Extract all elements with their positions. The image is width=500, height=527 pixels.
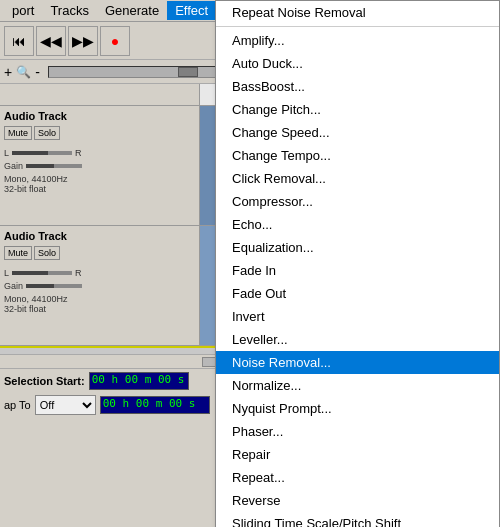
menu-item-amplify[interactable]: Amplify... [216, 29, 499, 52]
menu-item-fade-out[interactable]: Fade Out [216, 282, 499, 305]
zoom-minus[interactable]: + [4, 64, 12, 80]
snap-to-select[interactable]: Off Nearest [35, 395, 96, 415]
menu-item-change-speed[interactable]: Change Speed... [216, 121, 499, 144]
menu-item-repeat[interactable]: Repeat... [216, 466, 499, 489]
menu-effect[interactable]: Effect [167, 1, 216, 20]
menu-item-reverse[interactable]: Reverse [216, 489, 499, 512]
menu-port[interactable]: port [4, 1, 42, 20]
menu-item-click-removal[interactable]: Click Removal... [216, 167, 499, 190]
menu-item-repeat-noise-removal[interactable]: Repeat Noise Removal [216, 1, 499, 24]
track-header-1: Audio Track Mute Solo L R Gain [0, 106, 200, 225]
track-solo-1[interactable]: Solo [34, 126, 60, 140]
menu-item-repair[interactable]: Repair [216, 443, 499, 466]
menu-item-leveller[interactable]: Leveller... [216, 328, 499, 351]
zoom-plus[interactable]: - [35, 64, 40, 80]
snap-to-label: ap To [4, 399, 31, 411]
zoom-icon: 🔍 [16, 65, 31, 79]
track-controls-1: Mute Solo [4, 126, 60, 140]
track-header-2: Audio Track Mute Solo L R Gain [0, 226, 200, 345]
track-title-1: Audio Track [4, 110, 67, 122]
menu-item-compressor[interactable]: Compressor... [216, 190, 499, 213]
menu-item-nyquist-prompt[interactable]: Nyquist Prompt... [216, 397, 499, 420]
menu-item-normalize[interactable]: Normalize... [216, 374, 499, 397]
toolbar-rewind[interactable]: ◀◀ [36, 26, 66, 56]
menu-item-echo[interactable]: Echo... [216, 213, 499, 236]
track-title-2: Audio Track [4, 230, 67, 242]
menu-item-auto-duck[interactable]: Auto Duck... [216, 52, 499, 75]
toolbar-skip-start[interactable]: ⏮ [4, 26, 34, 56]
menu-item-sliding-time-scale[interactable]: Sliding Time Scale/Pitch Shift [216, 512, 499, 527]
menu-item-noise-removal[interactable]: Noise Removal... [216, 351, 499, 374]
effect-dropdown-menu: Repeat Noise Removal Amplify... Auto Duc… [215, 0, 500, 527]
selection-start-label: Selection Start: [4, 375, 85, 387]
track-solo-2[interactable]: Solo [34, 246, 60, 260]
track-mute-2[interactable]: Mute [4, 246, 32, 260]
menu-item-bassboost[interactable]: BassBoost... [216, 75, 499, 98]
menu-separator-1 [216, 26, 499, 27]
menu-item-phaser[interactable]: Phaser... [216, 420, 499, 443]
menu-item-invert[interactable]: Invert [216, 305, 499, 328]
toolbar-fast-forward[interactable]: ▶▶ [68, 26, 98, 56]
menu-generate[interactable]: Generate [97, 1, 167, 20]
track-controls-2: Mute Solo [4, 246, 60, 260]
track-mute-1[interactable]: Mute [4, 126, 32, 140]
toolbar-record[interactable]: ● [100, 26, 130, 56]
menu-item-change-pitch[interactable]: Change Pitch... [216, 98, 499, 121]
menu-item-change-tempo[interactable]: Change Tempo... [216, 144, 499, 167]
track-volume-1: L R Gain Mono, 44100Hz 32-bit float [4, 144, 82, 194]
track-volume-2: L R Gain Mono, 44100Hz 32-bit float [4, 264, 82, 314]
menu-item-equalization[interactable]: Equalization... [216, 236, 499, 259]
bottom-time-display[interactable]: 00 h 00 m 00 s [100, 396, 210, 414]
menu-item-fade-in[interactable]: Fade In [216, 259, 499, 282]
selection-start-value[interactable]: 00 h 00 m 00 s [89, 372, 189, 390]
menu-tracks[interactable]: Tracks [42, 1, 97, 20]
